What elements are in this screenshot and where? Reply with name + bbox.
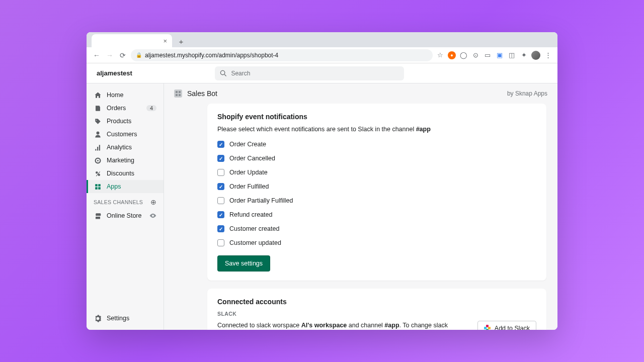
back-button[interactable]: ← [92,50,102,60]
nav-label: Analytics [107,144,132,151]
save-settings-button[interactable]: Save settings [217,255,270,272]
sidebar-item-apps[interactable]: Apps [87,180,164,193]
main-content: Sales Bot by Sknap Apps Shopify event no… [164,83,557,330]
checkbox-label: Order Cancelled [229,155,275,162]
checkbox-row: Customer created [217,225,536,232]
nav-label: Customers [107,131,137,138]
settings-label: Settings [107,315,129,322]
nav-label: Products [107,118,131,125]
extensions-icon[interactable]: ✦ [519,51,528,60]
checkbox-row: Order Cancelled [217,155,536,162]
analytics-icon [94,143,102,151]
sidebar-item-customers[interactable]: Customers [87,128,164,141]
gear-icon [94,314,102,322]
checkbox-row: Order Partially Fulfilled [217,197,536,204]
star-icon[interactable]: ☆ [436,51,445,60]
checkbox-label: Order Create [229,141,266,148]
slack-subheading: SLACK [217,311,536,317]
badge: 4 [146,105,156,111]
checkbox-label: Order Update [229,169,268,176]
svg-line-1 [225,74,227,76]
sidebar-item-marketing[interactable]: Marketing [87,154,164,167]
forward-button[interactable]: → [105,50,115,60]
browser-window: × + ← → ⟳ 🔒 aljamestest.myshopify.com/ad… [87,32,557,330]
checkbox[interactable] [217,211,224,218]
notifications-title: Shopify event notifications [217,113,536,121]
app-body: HomeOrders4ProductsCustomersAnalyticsMar… [87,83,557,330]
home-icon [94,91,102,99]
sidebar-item-products[interactable]: Products [87,115,164,128]
sidebar-item-discounts[interactable]: Discounts [87,167,164,180]
orders-icon [94,104,102,112]
by-text: by Sknap Apps [507,90,547,97]
page-title: Sales Bot [187,89,217,98]
discounts-icon [94,169,102,177]
checkbox-label: Customer updated [229,239,281,246]
checkbox[interactable] [217,141,224,148]
slack-icon [484,325,491,330]
checkbox[interactable] [217,169,224,176]
url-field[interactable]: 🔒 aljamestest.myshopify.com/admin/apps/s… [131,49,433,61]
checkbox-row: Customer updated [217,239,536,246]
nav-label: Home [107,92,123,99]
checkbox-label: Customer created [229,225,279,232]
sidebar: HomeOrders4ProductsCustomersAnalyticsMar… [87,83,164,330]
ext-icon-6[interactable]: ◫ [507,51,516,60]
nav-label: Orders [107,105,126,112]
tab-close-icon[interactable]: × [163,37,167,45]
sidebar-item-online-store[interactable]: Online Store [87,209,164,222]
sidebar-item-analytics[interactable]: Analytics [87,141,164,154]
checkbox-row: Order Fulfilled [217,183,536,190]
app-header: aljamestest Search [87,63,557,83]
checkbox-row: Order Update [217,169,536,176]
search-icon [220,70,227,77]
nav-label: Marketing [107,157,134,164]
customers-icon [94,130,102,138]
notifications-desc: Please select which event notifications … [217,126,536,133]
ext-icon-5[interactable]: ▣ [495,51,504,60]
browser-tab[interactable]: × [92,34,172,47]
checkbox[interactable] [217,183,224,190]
profile-avatar[interactable] [531,51,540,60]
sidebar-item-settings[interactable]: Settings [87,312,164,325]
store-icon [94,212,102,220]
toolbar-icons: ☆ ● ◯ ⊙ ▭ ▣ ◫ ✦ ⋮ [436,51,552,60]
connected-title: Connected accounts [217,298,536,306]
products-icon [94,117,102,125]
reload-button[interactable]: ⟳ [118,50,128,60]
checkbox[interactable] [217,197,224,204]
add-channel-icon[interactable]: ⊕ [150,198,156,206]
svg-rect-3 [179,91,181,93]
sidebar-item-orders[interactable]: Orders4 [87,102,164,115]
search-placeholder: Search [231,70,250,77]
svg-rect-2 [176,91,178,93]
ext-icon-4[interactable]: ▭ [483,51,492,60]
sidebar-item-home[interactable]: Home [87,88,164,102]
new-tab-button[interactable]: + [175,35,187,47]
checkbox-row: Refund created [217,211,536,218]
nav-label: Discounts [107,170,134,177]
app-icon [174,89,182,98]
menu-icon[interactable]: ⋮ [543,51,552,60]
checkbox[interactable] [217,155,224,162]
add-to-slack-button[interactable]: Add to Slack [477,321,536,330]
eye-icon[interactable] [149,212,156,219]
svg-point-0 [221,70,225,74]
ext-icon-1[interactable]: ● [448,51,456,59]
svg-rect-5 [179,94,181,96]
checkbox[interactable] [217,239,224,246]
ext-icon-3[interactable]: ⊙ [471,51,480,60]
url-text: aljamestest.myshopify.com/admin/apps/sho… [145,52,278,59]
connected-text: Connected to slack worspace Al's workspa… [217,321,470,330]
search-input[interactable]: Search [215,66,404,80]
sales-channels-heading: SALES CHANNELS ⊕ [87,193,164,209]
checkbox-label: Order Partially Fulfilled [229,197,293,204]
ext-icon-2[interactable]: ◯ [459,51,468,60]
page-header: Sales Bot by Sknap Apps [164,83,557,104]
checkbox[interactable] [217,225,224,232]
marketing-icon [94,156,102,164]
checkbox-label: Order Fulfilled [229,183,269,190]
address-bar: ← → ⟳ 🔒 aljamestest.myshopify.com/admin/… [87,47,557,63]
apps-icon [94,183,102,191]
connected-accounts-card: Connected accounts SLACK Connected to sl… [207,289,546,330]
